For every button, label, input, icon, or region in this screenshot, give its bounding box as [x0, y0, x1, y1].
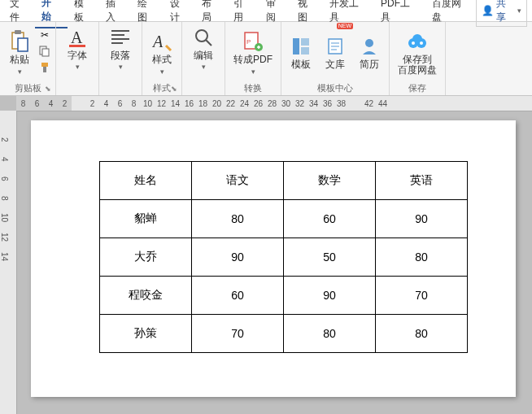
cell[interactable]: 大乔: [100, 238, 192, 277]
cell[interactable]: 90: [376, 200, 468, 238]
data-table[interactable]: 姓名 语文 数学 英语 貂蝉 80 60 90 大乔 90 50 80 程咬金 …: [99, 161, 468, 353]
template-button[interactable]: 模板: [285, 24, 317, 81]
share-button[interactable]: 👤 共享 ▾: [476, 0, 527, 27]
cell[interactable]: 60: [284, 200, 376, 238]
svg-point-26: [365, 39, 373, 47]
style-group-label: 样式: [153, 82, 171, 94]
svg-rect-21: [301, 47, 309, 54]
svg-rect-1: [15, 30, 21, 34]
svg-rect-20: [301, 38, 309, 46]
style-button[interactable]: A 样式 ▾: [146, 24, 178, 81]
table-header-row: 姓名 语文 数学 英语: [100, 162, 468, 200]
table-row: 程咬金 60 90 70: [100, 277, 468, 315]
template-label: 模板: [291, 59, 311, 70]
copy-button[interactable]: [37, 44, 52, 59]
paragraph-label: 段落: [111, 50, 130, 61]
brush-icon: [39, 62, 50, 73]
edit-button[interactable]: 编辑 ▾: [187, 24, 220, 72]
save-cloud-button[interactable]: 保存到 百度网盘: [393, 24, 442, 81]
menu-bar: 文件 开始 模板 插入 绘图 设计 布局 引用 审阅 视图 开发工具 PDF工具…: [0, 0, 532, 22]
clipboard-icon: [8, 30, 31, 53]
template-center-group-label: 模板中心: [317, 82, 353, 94]
cell[interactable]: 80: [284, 315, 376, 353]
library-icon: [324, 35, 347, 58]
cell[interactable]: 孙策: [100, 315, 192, 353]
cell[interactable]: 90: [284, 277, 376, 315]
style-label: 样式: [152, 54, 172, 65]
svg-rect-5: [41, 63, 48, 67]
svg-point-14: [196, 30, 207, 41]
svg-point-30: [412, 41, 415, 45]
copy-icon: [39, 46, 50, 57]
format-painter-button[interactable]: [37, 60, 52, 75]
horizontal-ruler[interactable]: 8642 24681012141618202224262830323436384…: [16, 96, 532, 111]
svg-rect-19: [293, 38, 299, 54]
cell[interactable]: 80: [192, 200, 284, 238]
convert-pdf-button[interactable]: P 转成PDF ▾: [229, 24, 277, 81]
chevron-down-icon: ▾: [18, 68, 22, 76]
header-cell[interactable]: 姓名: [100, 162, 192, 200]
svg-line-15: [206, 40, 211, 46]
font-icon: A: [66, 26, 89, 49]
table-row: 大乔 90 50 80: [100, 238, 468, 277]
convert-pdf-label: 转成PDF: [233, 54, 273, 65]
cell[interactable]: 70: [192, 315, 284, 353]
cell[interactable]: 80: [376, 238, 468, 277]
dialog-launcher-icon[interactable]: ⬊: [45, 85, 53, 94]
svg-point-31: [420, 41, 423, 45]
group-edit: 编辑 ▾: [182, 22, 225, 95]
group-save: 保存到 百度网盘 保存: [390, 22, 446, 95]
editor-area: 8642 24681012141618202224262830323436384…: [0, 96, 532, 414]
edit-label: 编辑: [194, 50, 213, 61]
cell[interactable]: 90: [192, 238, 284, 277]
scissors-icon: ✂: [41, 29, 49, 41]
cell[interactable]: 70: [376, 277, 468, 315]
resume-icon: [358, 35, 381, 58]
chevron-down-icon: ▾: [160, 68, 164, 76]
chevron-down-icon: ▾: [202, 63, 206, 71]
resume-button[interactable]: 简历: [353, 24, 386, 81]
table-row: 孙策 70 80 80: [100, 315, 468, 353]
svg-rect-4: [42, 49, 49, 56]
cell[interactable]: 貂蝉: [100, 200, 192, 238]
vertical-ruler[interactable]: 2468101214: [0, 111, 17, 414]
header-cell[interactable]: 英语: [376, 162, 468, 200]
ruler-negative: 8642: [16, 96, 72, 111]
group-convert: P 转成PDF ▾ 转换: [225, 22, 281, 95]
paragraph-icon: [109, 26, 132, 49]
chevron-down-icon: ▾: [517, 7, 521, 15]
paste-button[interactable]: 粘贴 ▾: [3, 24, 36, 81]
cloud-icon: [406, 30, 429, 53]
cut-button[interactable]: ✂: [37, 28, 52, 42]
resume-label: 简历: [360, 59, 379, 70]
clipboard-group-label: 剪贴板: [15, 82, 41, 94]
share-label: 共享: [496, 0, 515, 24]
ruler-positive: 24681012141618202224262830323436384244: [72, 99, 390, 108]
header-cell[interactable]: 数学: [284, 162, 376, 200]
svg-text:P: P: [246, 38, 251, 46]
share-icon: 👤: [482, 5, 494, 16]
paragraph-button[interactable]: 段落 ▾: [104, 24, 137, 72]
dialog-launcher-icon[interactable]: ⬊: [171, 85, 179, 94]
cell[interactable]: 程咬金: [100, 277, 192, 315]
template-icon: [290, 35, 312, 58]
header-cell[interactable]: 语文: [192, 162, 284, 200]
svg-rect-6: [43, 67, 46, 72]
pdf-icon: P: [242, 30, 264, 53]
svg-text:A: A: [71, 28, 83, 46]
library-label: 文库: [325, 59, 345, 70]
save-group-label: 保存: [408, 82, 426, 94]
save-cloud-label: 保存到 百度网盘: [398, 54, 437, 76]
cell[interactable]: 50: [284, 238, 376, 277]
font-button[interactable]: A 字体 ▾: [61, 24, 94, 72]
cell[interactable]: 60: [192, 277, 284, 315]
library-button[interactable]: NEW 文库: [319, 24, 351, 81]
group-paragraph: 段落 ▾: [99, 22, 142, 95]
new-badge: NEW: [337, 23, 353, 29]
document-page[interactable]: 姓名 语文 数学 英语 貂蝉 80 60 90 大乔 90 50 80 程咬金 …: [31, 120, 516, 397]
convert-group-label: 转换: [244, 82, 262, 94]
cell[interactable]: 80: [376, 315, 468, 353]
paste-label: 粘贴: [10, 54, 29, 65]
chevron-down-icon: ▾: [76, 63, 80, 71]
style-icon: A: [150, 30, 173, 53]
